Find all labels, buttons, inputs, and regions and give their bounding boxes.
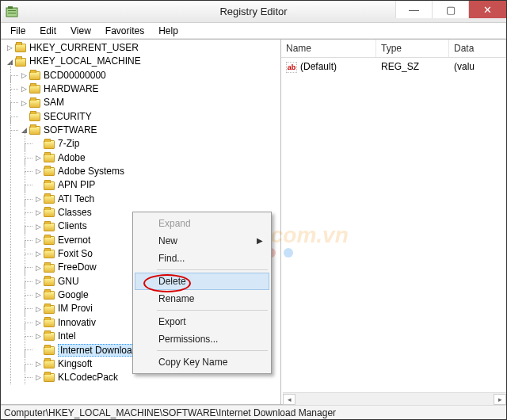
svg-rect-1	[8, 6, 13, 9]
submenu-arrow-icon: ▶	[257, 236, 263, 245]
expander-icon[interactable]: ▷	[34, 330, 42, 343]
expander-icon[interactable]: ▷	[34, 371, 42, 384]
folder-icon	[44, 305, 55, 314]
menu-help[interactable]: Help	[152, 24, 185, 38]
column-type[interactable]: Type	[376, 40, 449, 57]
expander-icon[interactable]: ▷	[34, 193, 42, 206]
titlebar: Registry Editor — ▢ ✕	[1, 1, 506, 23]
expander-icon[interactable]: ◢	[6, 55, 13, 69]
context-menu: Expand New▶ Find... Delete Rename Export…	[132, 212, 272, 374]
horizontal-scrollbar[interactable]: ◂ ▸	[283, 392, 506, 404]
folder-icon	[29, 99, 40, 108]
expander-icon[interactable]: ▷	[34, 151, 42, 165]
tree-node[interactable]: ▷Adobe Systems	[34, 165, 280, 178]
folder-icon	[44, 250, 55, 258]
statusbar: Computer\HKEY_LOCAL_MACHINE\SOFTWARE\Int…	[1, 405, 506, 419]
tree-node[interactable]: ▷HARDWARE	[20, 82, 280, 96]
value-type: REG_SZ	[376, 59, 449, 74]
expander-icon[interactable]: ▷	[34, 220, 42, 234]
expander-icon[interactable]: ▷	[20, 82, 28, 96]
tree-node[interactable]: SECURITY	[20, 110, 280, 124]
tree-node[interactable]: ▷Adobe	[34, 151, 280, 165]
list-header: Name Type Data	[281, 40, 506, 58]
folder-icon	[15, 44, 26, 52]
menu-view[interactable]: View	[64, 24, 97, 38]
expander-icon[interactable]: ▷	[34, 206, 42, 220]
svg-rect-0	[6, 8, 17, 17]
folder-icon	[44, 140, 55, 149]
folder-icon	[44, 360, 55, 368]
folder-icon	[44, 264, 55, 273]
ctx-export[interactable]: Export	[135, 313, 269, 330]
ctx-rename[interactable]: Rename	[135, 290, 269, 307]
svg-rect-3	[8, 13, 16, 13]
menu-edit[interactable]: Edit	[33, 24, 63, 38]
folder-icon	[29, 113, 40, 121]
ctx-expand: Expand	[135, 215, 269, 232]
svg-rect-2	[8, 10, 16, 11]
status-path: Computer\HKEY_LOCAL_MACHINE\SOFTWARE\Int…	[4, 407, 336, 418]
window-title: Registry Editor	[219, 6, 287, 17]
expander-icon[interactable]: ▷	[34, 275, 42, 288]
tree-node[interactable]: ▷SAM	[20, 96, 280, 109]
maximize-button[interactable]: ▢	[432, 1, 468, 18]
folder-icon	[44, 332, 55, 341]
ctx-separator	[157, 310, 268, 311]
folder-icon	[44, 167, 55, 176]
expander-icon[interactable]: ▷	[6, 41, 13, 55]
value-data: (valu	[449, 59, 506, 74]
folder-icon	[44, 346, 55, 355]
folder-icon	[29, 71, 40, 80]
menu-file[interactable]: File	[4, 24, 32, 38]
expander-icon[interactable]: ▷	[34, 262, 42, 275]
folder-icon	[29, 126, 40, 135]
list-row[interactable]: ab(Default) REG_SZ (valu	[281, 58, 506, 76]
expander-icon[interactable]: ◢	[20, 124, 28, 137]
folder-icon	[44, 223, 55, 231]
tree-node[interactable]: 7-Zip	[34, 137, 280, 151]
scroll-right-icon[interactable]: ▸	[494, 394, 506, 405]
expander-icon[interactable]: ▷	[34, 303, 42, 316]
column-name[interactable]: Name	[281, 40, 376, 57]
ctx-new[interactable]: New▶	[135, 232, 269, 250]
menubar: File Edit View Favorites Help	[1, 23, 506, 39]
ctx-permissions[interactable]: Permissions...	[135, 330, 269, 348]
folder-icon	[44, 373, 55, 382]
regedit-icon	[6, 6, 18, 18]
minimize-button[interactable]: —	[395, 1, 432, 18]
ctx-separator	[157, 269, 268, 270]
expander-icon[interactable]: ▷	[34, 357, 42, 371]
expander-icon[interactable]: ▷	[34, 288, 42, 302]
folder-icon	[44, 208, 55, 217]
expander-icon[interactable]: ▷	[34, 165, 42, 178]
value-name: ab(Default)	[281, 59, 376, 74]
expander-icon[interactable]: ▷	[20, 69, 28, 82]
ctx-separator	[157, 350, 268, 351]
tree-node[interactable]: APN PIP	[34, 178, 280, 192]
tree-node[interactable]: ▷ATI Tech	[34, 193, 280, 206]
column-data[interactable]: Data	[449, 40, 506, 57]
expander-icon[interactable]: ▷	[34, 234, 42, 247]
window-buttons: — ▢ ✕	[395, 1, 506, 18]
ctx-delete[interactable]: Delete	[135, 273, 269, 290]
tree-node[interactable]: ▷HKEY_CURRENT_USER	[6, 41, 280, 55]
close-button[interactable]: ✕	[468, 1, 506, 18]
ctx-find[interactable]: Find...	[135, 250, 269, 267]
folder-icon	[44, 181, 55, 190]
scroll-left-icon[interactable]: ◂	[283, 394, 295, 405]
folder-icon	[15, 58, 26, 67]
ctx-copy-key-name[interactable]: Copy Key Name	[135, 353, 269, 371]
string-value-icon: ab	[286, 62, 297, 73]
list-pane[interactable]: Name Type Data ab(Default) REG_SZ (valu …	[281, 40, 506, 404]
expander-icon[interactable]: ▷	[20, 97, 28, 110]
expander-icon[interactable]: ▷	[34, 247, 42, 261]
folder-icon	[44, 291, 55, 300]
folder-icon	[44, 277, 55, 286]
folder-icon	[44, 236, 55, 245]
expander-icon[interactable]: ▷	[34, 316, 42, 330]
folder-icon	[44, 154, 55, 162]
folder-icon	[44, 319, 55, 327]
tree-node[interactable]: ▷BCD00000000	[20, 69, 280, 82]
menu-favorites[interactable]: Favorites	[99, 24, 151, 38]
folder-icon	[44, 195, 55, 204]
